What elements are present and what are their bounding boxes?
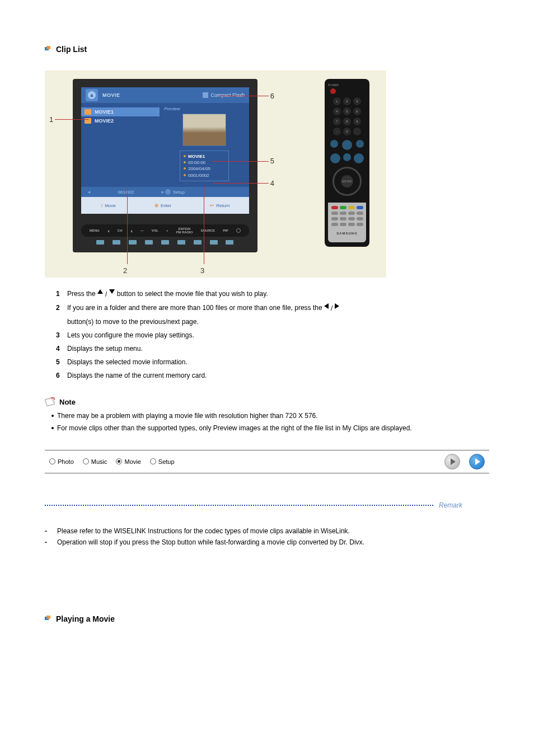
remote-ch[interactable] bbox=[354, 153, 364, 163]
callout-6: 6 bbox=[270, 92, 274, 100]
para-text: Please refer to the WISELINK Instruction… bbox=[57, 526, 350, 536]
grey-button[interactable] bbox=[340, 217, 346, 220]
green-button[interactable] bbox=[340, 206, 346, 209]
section-bullet-icon bbox=[45, 46, 50, 51]
list-item-2: 2 If you are in a folder and there are m… bbox=[56, 303, 489, 313]
screen-card-label: Compact Flash bbox=[203, 92, 245, 98]
gear-icon bbox=[165, 189, 171, 195]
item-number: 6 bbox=[56, 370, 64, 381]
callout-line-2 bbox=[127, 186, 128, 264]
remote-enter-button[interactable]: ENTER bbox=[341, 175, 353, 187]
item-text: Displays the name of the current memory … bbox=[67, 370, 207, 381]
note-list: There may be a problem with playing a mo… bbox=[51, 411, 489, 433]
nav-next-button[interactable] bbox=[469, 454, 485, 469]
key-2[interactable]: 2 bbox=[343, 97, 351, 105]
nav-prev-button[interactable] bbox=[444, 454, 460, 469]
radio-setup[interactable]: Setup bbox=[150, 458, 175, 465]
note-item: There may be a problem with playing a mo… bbox=[51, 411, 489, 421]
svg-rect-1 bbox=[46, 46, 50, 49]
grey-button[interactable] bbox=[340, 223, 346, 226]
ctrl-menu[interactable]: MENU bbox=[90, 229, 100, 232]
key-extra[interactable] bbox=[353, 128, 361, 135]
yellow-button[interactable] bbox=[348, 206, 355, 209]
remote-mid-left[interactable] bbox=[330, 140, 338, 148]
key-0[interactable]: 0 bbox=[343, 128, 351, 135]
wiselink-icon bbox=[86, 89, 98, 101]
callout-line-1 bbox=[55, 119, 88, 120]
hint-enter: ⊕Enter bbox=[154, 203, 171, 208]
remote-vol[interactable] bbox=[330, 153, 340, 163]
radio-movie[interactable]: Movie bbox=[116, 458, 140, 465]
grey-button[interactable] bbox=[348, 212, 355, 215]
grey-button[interactable] bbox=[331, 217, 338, 220]
grey-button[interactable] bbox=[348, 223, 355, 226]
bullet-dot-icon bbox=[51, 415, 54, 417]
grey-button[interactable] bbox=[357, 223, 363, 226]
key-7[interactable]: 7 bbox=[333, 118, 341, 125]
ctrl-vol-plus[interactable]: + bbox=[166, 229, 168, 232]
ctrl-vol-minus[interactable]: — bbox=[140, 229, 144, 232]
note-header: Note bbox=[45, 397, 489, 407]
cf-icon bbox=[203, 92, 208, 98]
remote-lower-panel: SAMSUNG bbox=[328, 203, 366, 242]
section-b-title: Playing a Movie bbox=[56, 614, 115, 623]
remote-mid-center[interactable] bbox=[342, 140, 352, 150]
item-text: Lets you configure the movie play settin… bbox=[67, 330, 194, 340]
note-text: There may be a problem with playing a mo… bbox=[57, 411, 318, 421]
note-title: Note bbox=[59, 398, 76, 406]
hint-return: ↩Return bbox=[210, 203, 229, 208]
key-3[interactable]: 3 bbox=[353, 97, 361, 105]
para-item: - Please refer to the WISELINK Instructi… bbox=[45, 526, 489, 536]
preview-label: Preview bbox=[164, 106, 245, 111]
remote-dpad[interactable]: ENTER bbox=[332, 167, 362, 196]
ctrl-power-icon[interactable] bbox=[236, 228, 241, 233]
key-9[interactable]: 9 bbox=[353, 118, 361, 125]
screen-mode-label: MOVIE bbox=[102, 92, 120, 98]
grey-button[interactable] bbox=[331, 212, 338, 215]
remark-separator: Remark bbox=[45, 501, 489, 509]
grey-button[interactable] bbox=[357, 217, 363, 220]
remark-label: Remark bbox=[439, 501, 489, 509]
callout-5: 5 bbox=[270, 157, 274, 165]
ctrl-ch-up[interactable]: ∧ bbox=[130, 229, 133, 233]
ctrl-ch-down[interactable]: ∨ bbox=[107, 229, 110, 233]
key-5[interactable]: 5 bbox=[343, 107, 351, 115]
ctrl-pip[interactable]: PIP bbox=[223, 229, 228, 232]
left-arrow-icon bbox=[324, 303, 329, 309]
grey-button[interactable] bbox=[348, 217, 355, 220]
info-box: MOVIE1 00:00:06 2004/04/05 0001/0002 bbox=[180, 151, 229, 181]
right-arrow-icon bbox=[335, 303, 339, 309]
blue-button[interactable] bbox=[357, 206, 363, 209]
ctrl-enter[interactable]: ENTER/ FM RADIO bbox=[176, 227, 193, 234]
key-1[interactable]: 1 bbox=[333, 97, 341, 105]
dotted-divider bbox=[45, 505, 433, 506]
remote-power-button[interactable] bbox=[330, 88, 336, 94]
radio-photo[interactable]: Photo bbox=[49, 458, 74, 465]
screen-footer-page: ◄ 001/002 ► Setup bbox=[81, 187, 249, 197]
info-duration: 00:00:06 bbox=[188, 159, 205, 166]
remote-mute[interactable] bbox=[343, 153, 351, 161]
item-text: Press the / button to select the movie f… bbox=[67, 289, 268, 299]
grey-button[interactable] bbox=[357, 212, 363, 215]
radio-music[interactable]: Music bbox=[83, 458, 107, 465]
item-number: 1 bbox=[56, 289, 64, 299]
section-header: Clip List bbox=[45, 45, 489, 54]
grey-button[interactable] bbox=[331, 223, 338, 226]
item-text: If you are in a folder and there are mor… bbox=[67, 303, 339, 313]
item-number: 3 bbox=[56, 330, 64, 340]
play-icon bbox=[475, 458, 480, 465]
remote-mid-right[interactable] bbox=[356, 140, 364, 148]
grey-button[interactable] bbox=[340, 212, 346, 215]
key-dash[interactable]: - bbox=[333, 128, 341, 135]
ctrl-source[interactable]: SOURCE bbox=[200, 229, 215, 232]
callout-2: 2 bbox=[123, 266, 127, 275]
red-button[interactable] bbox=[331, 206, 338, 209]
key-4[interactable]: 4 bbox=[333, 107, 341, 115]
numbered-list: 1 Press the / button to select the movie… bbox=[56, 289, 489, 381]
file-row[interactable]: MOVIE1 bbox=[81, 107, 160, 116]
key-6[interactable]: 6 bbox=[353, 107, 361, 115]
item-number: 4 bbox=[56, 344, 64, 354]
item-text: Displays the selected movie information. bbox=[67, 357, 188, 367]
key-8[interactable]: 8 bbox=[343, 118, 351, 125]
file-row[interactable]: MOVIE2 bbox=[81, 116, 160, 125]
